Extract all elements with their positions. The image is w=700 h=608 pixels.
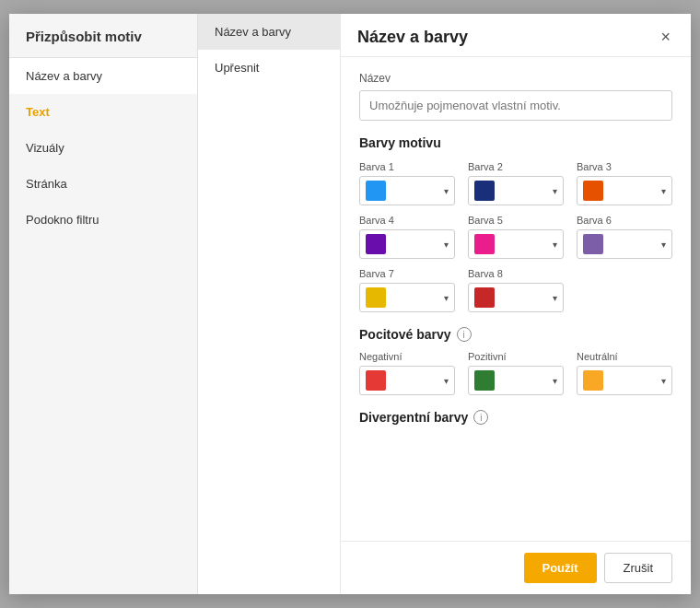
sentiment-header: Pocitové barvy i [359,327,672,342]
color-swatch-barva2 [474,181,495,201]
theme-colors-grid: Barva 1 ▾ Barva 2 ▾ [359,161,672,312]
color-dropdown-neutralni[interactable]: ▾ [577,366,672,395]
color-item-barva1: Barva 1 ▾ [359,161,455,205]
chevron-down-icon-barva6: ▾ [661,240,666,250]
chevron-down-icon-neutralni: ▾ [661,376,666,386]
chevron-down-icon-barva5: ▾ [553,240,557,250]
modal-footer: Použít Zrušit [341,541,691,594]
left-panel: Přizpůsobit motiv Název a barvy Text Viz… [9,14,198,594]
color-dropdown-barva6[interactable]: ▾ [577,229,672,259]
middle-panel: Název a barvy Upřesnit [198,14,341,594]
theme-colors-title: Barvy motivu [359,135,672,150]
right-header: Název a barvy × [341,14,691,57]
color-item-pozitivni: Pozitivní ▾ [468,351,564,395]
divergent-header: Divergentní barvy i [359,410,672,425]
chevron-down-icon-negativni: ▾ [444,376,449,386]
sidebar-item-podokno-filtru[interactable]: Podokno filtru [9,202,197,238]
color-item-barva6: Barva 6 ▾ [577,215,672,259]
color-item-barva7: Barva 7 ▾ [359,268,455,312]
sidebar-item-text[interactable]: Text [9,94,197,130]
color-item-neutralni: Neutrální ▾ [577,351,672,395]
color-dropdown-negativni[interactable]: ▾ [359,366,455,395]
info-icon-sentiment[interactable]: i [457,327,472,342]
color-dropdown-barva3[interactable]: ▾ [577,176,672,205]
sidebar-item-nazev-barvy[interactable]: Název a barvy [9,58,197,94]
chevron-down-icon-barva1: ▾ [444,186,449,196]
color-label-barva3: Barva 3 [577,161,672,172]
color-label-barva2: Barva 2 [468,161,564,172]
color-swatch-barva1 [366,181,386,201]
color-swatch-pozitivni [474,370,495,391]
chevron-down-icon-pozitivni: ▾ [553,376,557,386]
color-swatch-barva7 [366,287,386,308]
right-content: Název Barvy motivu Barva 1 ▾ Barva 2 [341,57,691,541]
close-button[interactable]: × [657,27,674,47]
color-item-barva2: Barva 2 ▾ [468,161,564,205]
color-swatch-negativni [366,370,386,391]
chevron-down-icon-barva7: ▾ [444,293,449,303]
color-swatch-barva4 [366,234,386,254]
color-label-barva5: Barva 5 [468,215,564,226]
color-dropdown-barva1[interactable]: ▾ [359,176,455,205]
color-label-negativni: Negativní [359,351,455,362]
color-dropdown-barva4[interactable]: ▾ [359,229,455,259]
divergent-title: Divergentní barvy [359,410,468,425]
color-label-barva7: Barva 7 [359,268,455,279]
info-icon-divergent[interactable]: i [473,410,488,425]
right-panel: Název a barvy × Název Barvy motivu Barva… [341,14,691,594]
sidebar-item-vizualy[interactable]: Vizuály [9,130,197,166]
modal-overlay: Přizpůsobit motiv Název a barvy Text Viz… [0,0,700,608]
color-dropdown-barva8[interactable]: ▾ [468,283,564,312]
color-swatch-barva8 [474,287,495,308]
sidebar-item-stranka[interactable]: Stránka [9,166,197,202]
chevron-down-icon-barva3: ▾ [661,186,666,196]
right-panel-title: Název a barvy [357,28,468,47]
name-label: Název [359,72,672,85]
middle-item-nazev-barvy[interactable]: Název a barvy [198,14,340,50]
color-dropdown-barva5[interactable]: ▾ [468,229,564,259]
sentiment-grid: Negativní ▾ Pozitivní ▾ [359,351,672,395]
color-dropdown-pozitivni[interactable]: ▾ [468,366,564,395]
color-item-barva5: Barva 5 ▾ [468,215,564,259]
name-input[interactable] [359,90,672,121]
color-item-barva8: Barva 8 ▾ [468,268,564,312]
color-label-neutralni: Neutrální [577,351,672,362]
chevron-down-icon-barva2: ▾ [553,186,557,196]
color-item-barva4: Barva 4 ▾ [359,215,455,259]
color-dropdown-barva7[interactable]: ▾ [359,283,455,312]
color-swatch-barva3 [583,181,603,201]
color-item-barva3: Barva 3 ▾ [577,161,672,205]
chevron-down-icon-barva4: ▾ [444,240,449,250]
color-dropdown-barva2[interactable]: ▾ [468,176,564,205]
sentiment-title: Pocitové barvy [359,327,451,342]
chevron-down-icon-barva8: ▾ [553,293,557,303]
color-label-barva1: Barva 1 [359,161,455,172]
middle-item-upr-esnit[interactable]: Upřesnit [198,50,340,86]
color-swatch-barva6 [583,234,603,254]
cancel-button[interactable]: Zrušit [604,553,673,583]
apply-button[interactable]: Použít [524,553,597,583]
left-panel-title: Přizpůsobit motiv [9,14,197,58]
color-label-barva6: Barva 6 [577,215,672,226]
modal: Přizpůsobit motiv Název a barvy Text Viz… [9,14,691,594]
color-label-barva4: Barva 4 [359,215,455,226]
color-label-pozitivni: Pozitivní [468,351,564,362]
color-swatch-neutralni [583,370,603,391]
color-label-barva8: Barva 8 [468,268,564,279]
color-item-negativni: Negativní ▾ [359,351,455,395]
color-swatch-barva5 [474,234,495,254]
